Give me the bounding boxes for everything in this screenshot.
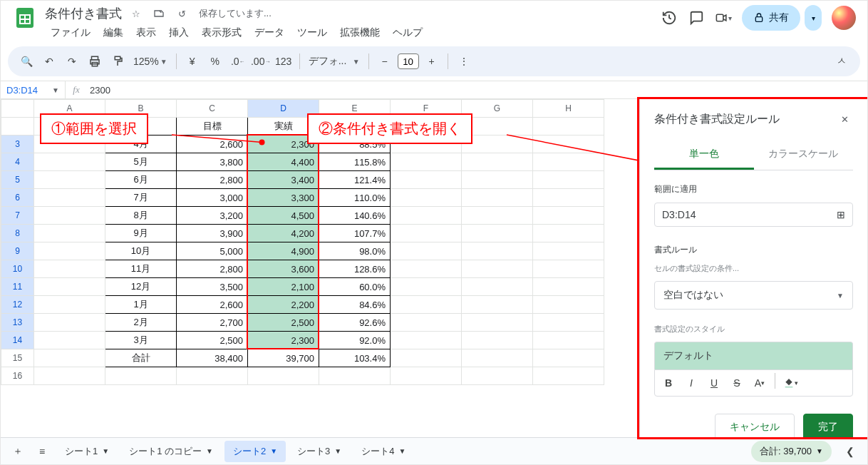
row-header-10[interactable]: 10: [1, 260, 34, 278]
row-header-15[interactable]: 15: [1, 349, 34, 367]
cell-G9[interactable]: [462, 242, 533, 260]
row-header-[interactable]: [1, 118, 34, 136]
decrease-decimal-icon[interactable]: .0←: [228, 51, 248, 71]
cell-H9[interactable]: [533, 242, 604, 260]
cell-E9[interactable]: 98.0%: [319, 242, 391, 260]
cell-F8[interactable]: [391, 225, 462, 242]
cell-H[interactable]: [533, 118, 604, 136]
cell-D4[interactable]: 4,400: [248, 153, 319, 171]
percent-icon[interactable]: %: [205, 51, 225, 71]
font-size-input[interactable]: [398, 53, 419, 69]
cell-E6[interactable]: 110.0%: [319, 189, 391, 207]
menu-6[interactable]: ツール: [291, 24, 333, 42]
cell-C14[interactable]: 2,500: [177, 332, 248, 349]
paint-format-icon[interactable]: [108, 51, 128, 71]
share-dropdown[interactable]: ▾: [805, 5, 822, 31]
cell-A14[interactable]: [34, 332, 105, 349]
cell-B13[interactable]: 2月: [105, 314, 177, 332]
grid-select-icon[interactable]: ⊞: [837, 209, 845, 220]
cell-H7[interactable]: [533, 207, 604, 225]
cell-F9[interactable]: [391, 242, 462, 260]
cell-F4[interactable]: [391, 153, 462, 171]
cell-E4[interactable]: 115.8%: [319, 153, 391, 171]
cell-E14[interactable]: 92.0%: [319, 332, 391, 349]
cell-C3[interactable]: 2,600: [177, 136, 248, 153]
more-toolbar-icon[interactable]: ⋮: [454, 51, 474, 71]
star-icon[interactable]: ☆: [128, 5, 145, 22]
sheet-tab-1[interactable]: シート1 のコピー ▼: [120, 441, 222, 462]
font-family-select[interactable]: デフォ...: [309, 51, 351, 71]
status-chip[interactable]: 合計: 39,700 ▼: [751, 441, 832, 462]
cell-G4[interactable]: [462, 153, 533, 171]
cell-H3[interactable]: [533, 136, 604, 153]
cell-A10[interactable]: [34, 260, 105, 278]
cell-C9[interactable]: 5,000: [177, 242, 248, 260]
row-header-13[interactable]: 13: [1, 314, 34, 332]
cell-A4[interactable]: [34, 153, 105, 171]
sheet-tab-3[interactable]: シート3 ▼: [289, 441, 350, 462]
cell-E15[interactable]: 103.4%: [319, 349, 391, 367]
cell-C16[interactable]: [177, 367, 248, 385]
menu-1[interactable]: 編集: [98, 24, 129, 42]
cell-C5[interactable]: 2,800: [177, 171, 248, 189]
name-box[interactable]: D3:D14 ▼: [1, 85, 65, 96]
cell-F6[interactable]: [391, 189, 462, 207]
cell-G8[interactable]: [462, 225, 533, 242]
currency-icon[interactable]: ¥: [182, 51, 202, 71]
tab-color-scale[interactable]: カラースケール: [754, 140, 854, 170]
history-icon[interactable]: [661, 9, 678, 26]
row-header-16[interactable]: 16: [1, 367, 34, 385]
decrease-font-icon[interactable]: −: [375, 51, 395, 71]
sheet-tab-2[interactable]: シート2 ▼: [224, 441, 286, 462]
row-header-11[interactable]: 11: [1, 278, 34, 296]
cell-E7[interactable]: 140.6%: [319, 207, 391, 225]
cell-C6[interactable]: 3,000: [177, 189, 248, 207]
cell-F5[interactable]: [391, 171, 462, 189]
done-button[interactable]: 完了: [803, 414, 853, 437]
cell-E11[interactable]: 60.0%: [319, 278, 391, 296]
cell-H6[interactable]: [533, 189, 604, 207]
meet-icon[interactable]: ▾: [715, 9, 732, 26]
search-icon[interactable]: 🔍: [16, 51, 36, 71]
cell-C11[interactable]: 3,500: [177, 278, 248, 296]
cell-A12[interactable]: [34, 296, 105, 314]
cell-D14[interactable]: 2,300: [248, 332, 319, 349]
cell-A9[interactable]: [34, 242, 105, 260]
cell-H4[interactable]: [533, 153, 604, 171]
cell-G12[interactable]: [462, 296, 533, 314]
cell-H15[interactable]: [533, 349, 604, 367]
tab-single-color[interactable]: 単一色: [654, 140, 754, 170]
text-color-icon[interactable]: A▾: [749, 373, 770, 393]
cell-A8[interactable]: [34, 225, 105, 242]
cell-B4[interactable]: 5月: [105, 153, 177, 171]
explore-icon[interactable]: ❮: [840, 441, 860, 461]
print-icon[interactable]: [85, 51, 105, 71]
menu-5[interactable]: データ: [249, 24, 290, 42]
cell-F11[interactable]: [391, 278, 462, 296]
cell-E5[interactable]: 121.4%: [319, 171, 391, 189]
cell-D8[interactable]: 4,200: [248, 225, 319, 242]
cell-H16[interactable]: [533, 367, 604, 385]
cell-C7[interactable]: 3,200: [177, 207, 248, 225]
comments-icon[interactable]: [688, 9, 705, 26]
formula-bar[interactable]: 2300: [87, 85, 867, 96]
cell-D13[interactable]: 2,500: [248, 314, 319, 332]
cell-H10[interactable]: [533, 260, 604, 278]
cell-A5[interactable]: [34, 171, 105, 189]
row-header-4[interactable]: 4: [1, 153, 34, 171]
cell-D15[interactable]: 39,700: [248, 349, 319, 367]
cell-B9[interactable]: 10月: [105, 242, 177, 260]
menu-4[interactable]: 表示形式: [196, 24, 247, 42]
cell-G10[interactable]: [462, 260, 533, 278]
avatar[interactable]: [832, 6, 856, 30]
collapse-toolbar-icon[interactable]: ㅅ: [832, 51, 852, 71]
cell-B11[interactable]: 12月: [105, 278, 177, 296]
cell-H14[interactable]: [533, 332, 604, 349]
cell-C15[interactable]: 38,400: [177, 349, 248, 367]
cell-C13[interactable]: 2,700: [177, 314, 248, 332]
cell-D10[interactable]: 3,600: [248, 260, 319, 278]
fill-color-icon[interactable]: ▾: [780, 373, 801, 393]
undo-icon[interactable]: ↶: [39, 51, 59, 71]
cell-F15[interactable]: [391, 349, 462, 367]
cell-B14[interactable]: 3月: [105, 332, 177, 349]
